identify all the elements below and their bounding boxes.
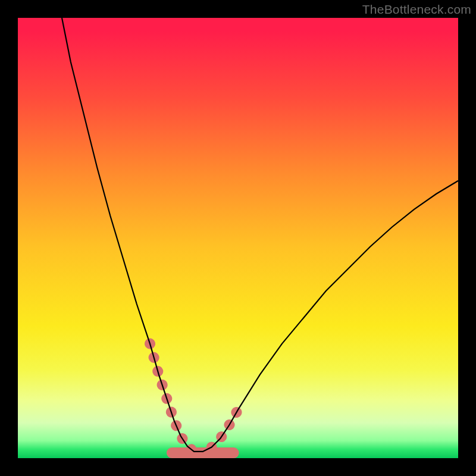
highlight-group <box>150 344 238 452</box>
left-marker-band <box>150 344 194 452</box>
right-marker-band <box>212 410 238 447</box>
chart-overlay <box>18 18 458 458</box>
watermark-text: TheBottleneck.com <box>362 2 471 17</box>
chart-canvas: TheBottleneck.com <box>0 0 476 476</box>
curve-line <box>62 18 458 452</box>
